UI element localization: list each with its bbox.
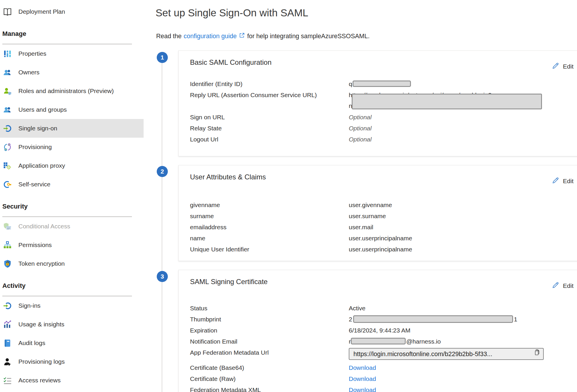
- claim-value: user.givenname: [349, 200, 392, 211]
- card-title: User Attributes & Claims: [190, 173, 266, 181]
- sidebar-item-self-service[interactable]: Self-service: [0, 175, 144, 194]
- page-title: Set up Single Sign-On with SAML: [156, 7, 308, 19]
- basic-saml-configuration-card: Basic SAML Configuration Edit Identifier…: [178, 50, 577, 156]
- redaction-box: [351, 338, 406, 344]
- copy-icon[interactable]: [533, 349, 540, 360]
- optional-value: Optional: [349, 112, 372, 123]
- row-label: Federation Metadata XML: [190, 384, 349, 392]
- sidebar-item-deployment-plan[interactable]: Deployment Plan: [0, 2, 144, 21]
- download-base64-link[interactable]: Download: [349, 364, 376, 371]
- row-label: Logout Url: [190, 134, 349, 145]
- sidebar-item-application-proxy[interactable]: Application proxy: [0, 156, 144, 175]
- row-label: Status: [190, 303, 349, 314]
- user-attributes-claims-card: User Attributes & Claims Edit givenname …: [178, 165, 577, 261]
- azure-sso-saml-page: Deployment Plan Manage Properties Owners…: [0, 0, 577, 392]
- sidebar-item-permissions[interactable]: Permissions: [0, 236, 144, 254]
- sidebar-item-provisioning[interactable]: Provisioning: [0, 138, 144, 156]
- claim-name: name: [190, 233, 349, 244]
- sidebar-item-audit-logs[interactable]: Audit logs: [0, 334, 144, 352]
- sidebar-item-provisioning-logs[interactable]: Provisioning logs: [0, 352, 144, 371]
- certificate-rows: Status Active Thumbprint 21 Expiration 6…: [190, 303, 575, 392]
- thumbprint-row: Thumbprint 21: [190, 314, 575, 325]
- basic-saml-rows: Identifier (Entity ID) q Reply URL (Asse…: [190, 78, 575, 145]
- sidebar-item-owners[interactable]: Owners: [0, 63, 144, 82]
- checklist-icon: [3, 376, 12, 385]
- claim-row: givenname user.givenname: [190, 200, 575, 211]
- sidebar-item-label: Properties: [18, 50, 46, 57]
- properties-icon: [3, 49, 12, 58]
- sidebar-item-label: Token encryption: [18, 260, 65, 267]
- intro-suffix: for help integrating sampleAzureSSOSAML.: [247, 33, 369, 40]
- sidebar-item-properties[interactable]: Properties: [0, 44, 144, 63]
- row-label: Certificate (Raw): [190, 373, 349, 384]
- sidebar-item-label: Roles and administrators (Preview): [18, 88, 114, 94]
- reply-url-value: https://app.harness.io/gateway/api/users…: [349, 90, 550, 112]
- sidebar-item-token-encryption[interactable]: Token encryption: [0, 254, 144, 273]
- edit-certificate-button[interactable]: Edit: [552, 281, 573, 290]
- claim-name: emailaddress: [190, 222, 349, 233]
- status-row: Status Active: [190, 303, 575, 314]
- sidebar-item-label: Provisioning: [18, 144, 52, 150]
- app-federation-metadata-row: App Federation Metadata Url https://logi…: [190, 347, 575, 362]
- shield-list-icon: [3, 222, 12, 231]
- sidebar-item-label: Single sign-on: [18, 125, 57, 132]
- row-label: Identifier (Entity ID): [190, 78, 349, 90]
- sync-icon: [3, 143, 12, 152]
- book-icon: [3, 7, 12, 16]
- key-circle-icon: [3, 180, 12, 189]
- thumbprint-value: 21: [349, 314, 517, 325]
- sidebar-item-access-reviews[interactable]: Access reviews: [0, 371, 144, 390]
- federation-metadata-xml-row: Federation Metadata XML Download: [190, 384, 575, 392]
- sidebar-header-activity: Activity: [0, 280, 146, 292]
- org-chart-icon: [3, 241, 12, 250]
- sign-in-arrow-icon: [3, 301, 12, 310]
- sidebar-item-label: Owners: [18, 69, 39, 76]
- claim-row: name user.userprincipalname: [190, 233, 575, 244]
- sidebar-item-sign-ins[interactable]: Sign-ins: [0, 296, 144, 315]
- redacted-value-prefix: r: [349, 338, 351, 345]
- step-badge-1: 1: [157, 52, 168, 63]
- sidebar-item-label: Permissions: [18, 242, 52, 249]
- identifier-value: q: [349, 78, 411, 90]
- redacted-value-suffix: 1: [514, 316, 517, 323]
- step-badge-2: 2: [157, 166, 168, 177]
- sidebar-item-label: Audit logs: [18, 340, 45, 346]
- row-label: Thumbprint: [190, 314, 349, 325]
- sidebar-item-label: Access reviews: [18, 377, 61, 384]
- pencil-icon: [552, 62, 559, 71]
- row-label: Reply URL (Assertion Consumer Service UR…: [190, 90, 349, 101]
- row-label: Sign on URL: [190, 112, 349, 123]
- configuration-guide-link[interactable]: configuration guide: [184, 33, 237, 40]
- pencil-icon: [552, 176, 559, 186]
- edit-basic-saml-button[interactable]: Edit: [552, 62, 573, 71]
- grid-diamond-icon: [3, 161, 12, 170]
- status-value: Active: [349, 303, 365, 314]
- edit-label: Edit: [563, 63, 573, 70]
- redacted-value-suffix: @harness.io: [406, 338, 441, 345]
- sidebar-item-users-and-groups[interactable]: Users and groups: [0, 100, 144, 119]
- person-log-icon: [3, 357, 12, 366]
- sidebar-item-label: Deployment Plan: [18, 8, 65, 15]
- sidebar-item-single-sign-on[interactable]: Single sign-on: [0, 119, 144, 138]
- sidebar: Deployment Plan Manage Properties Owners…: [0, 0, 146, 390]
- certificate-base64-row: Certificate (Base64) Download: [190, 362, 575, 373]
- metadata-url-field[interactable]: https://login.microsoftonline.com/b229b2…: [349, 348, 544, 360]
- step-connector-line: [162, 58, 162, 392]
- sidebar-item-roles-administrators[interactable]: Roles and administrators (Preview): [0, 82, 144, 100]
- external-link-icon[interactable]: [239, 32, 245, 40]
- claim-value: user.userprincipalname: [349, 244, 412, 255]
- download-raw-link[interactable]: Download: [349, 375, 376, 382]
- download-federation-xml-link[interactable]: Download: [349, 386, 376, 392]
- metadata-url-text: https://login.microsoftonline.com/b229b2…: [353, 349, 531, 360]
- logout-url-row: Logout Url Optional: [190, 134, 575, 145]
- pencil-icon: [552, 281, 559, 290]
- sidebar-item-usage-insights[interactable]: Usage & insights: [0, 315, 144, 334]
- people-icon: [3, 105, 12, 114]
- sidebar-header-security: Security: [0, 201, 146, 212]
- people-icon: [3, 68, 12, 77]
- saml-signing-certificate-card: SAML Signing Certificate Edit Status Act…: [178, 270, 577, 392]
- identifier-row: Identifier (Entity ID) q: [190, 78, 575, 90]
- row-label: Notification Email: [190, 336, 349, 347]
- expiration-value: 6/18/2024, 9:44:23 AM: [349, 325, 410, 336]
- edit-claims-button[interactable]: Edit: [552, 176, 573, 186]
